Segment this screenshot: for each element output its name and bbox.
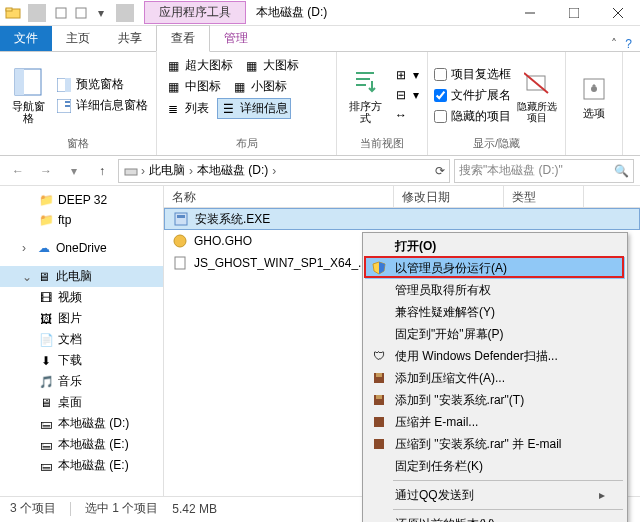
- maximize-button[interactable]: [552, 0, 596, 26]
- nav-pane-button[interactable]: 导航窗格: [6, 56, 50, 134]
- crumb-drive[interactable]: 本地磁盘 (D:): [195, 162, 270, 179]
- tree-folder[interactable]: 📁ftp: [0, 210, 163, 230]
- group-by-button[interactable]: ⊟▾: [391, 86, 421, 104]
- tree-drive-e2[interactable]: 🖴本地磁盘 (E:): [0, 455, 163, 476]
- ctx-restore-prev[interactable]: 还原以前的版本(V): [365, 513, 625, 522]
- ctx-defender[interactable]: 🛡使用 Windows Defender扫描...: [365, 345, 625, 367]
- crumb-thispc[interactable]: 此电脑: [147, 162, 187, 179]
- ctx-add-archive[interactable]: 添加到压缩文件(A)...: [365, 367, 625, 389]
- gho-icon: [172, 233, 188, 249]
- ribbon-collapse-icon[interactable]: ˄: [611, 37, 617, 51]
- close-button[interactable]: [596, 0, 640, 26]
- tree-desktop[interactable]: 🖥桌面: [0, 392, 163, 413]
- ctx-compress-email-named[interactable]: 压缩到 "安装系统.rar" 并 E-mail: [365, 433, 625, 455]
- preview-icon: [56, 77, 72, 93]
- forward-button[interactable]: →: [34, 159, 58, 183]
- details-pane-icon: [56, 98, 72, 114]
- back-button[interactable]: ←: [6, 159, 30, 183]
- checkbox-file-extensions[interactable]: 文件扩展名: [434, 87, 511, 104]
- tree-pictures[interactable]: 🖼图片: [0, 308, 163, 329]
- svg-rect-28: [376, 373, 382, 377]
- shield-icon: [371, 260, 387, 276]
- ctx-send-qq[interactable]: 通过QQ发送到▸: [365, 484, 625, 506]
- details-icon: ☰: [220, 101, 236, 117]
- ctx-add-archive-named[interactable]: 添加到 "安装系统.rar"(T): [365, 389, 625, 411]
- tab-manage[interactable]: 管理: [210, 26, 262, 51]
- exe-icon: [173, 211, 189, 227]
- rar-icon: [371, 414, 387, 430]
- ctx-compress-email[interactable]: 压缩并 E-mail...: [365, 411, 625, 433]
- ctx-pin-taskbar[interactable]: 固定到任务栏(K): [365, 455, 625, 477]
- tree-documents[interactable]: 📄文档: [0, 329, 163, 350]
- ctx-compat[interactable]: 兼容性疑难解答(Y): [365, 301, 625, 323]
- tiles-icon: ▦: [165, 58, 181, 74]
- svg-rect-5: [569, 8, 579, 18]
- svg-rect-22: [125, 169, 137, 175]
- col-date[interactable]: 修改日期: [394, 186, 504, 207]
- svg-rect-23: [175, 213, 187, 225]
- nav-tree[interactable]: 📁DEEP 32 📁ftp ›☁OneDrive ⌄🖥此电脑 🎞视频 🖼图片 📄…: [0, 186, 164, 496]
- view-small[interactable]: ▦小图标: [229, 77, 289, 96]
- tree-drive-e[interactable]: 🖴本地磁盘 (E:): [0, 434, 163, 455]
- checkbox-hidden-items[interactable]: 隐藏的项目: [434, 108, 511, 125]
- col-name[interactable]: 名称: [164, 186, 394, 207]
- drive-icon: 🖴: [38, 416, 54, 432]
- svg-rect-31: [374, 417, 384, 427]
- view-medium[interactable]: ▦中图标: [163, 77, 223, 96]
- qat-dropdown[interactable]: ▾: [92, 4, 110, 22]
- qat-item[interactable]: [72, 4, 90, 22]
- list-header[interactable]: 名称 修改日期 类型: [164, 186, 640, 208]
- context-menu: 打开(O) 以管理员身份运行(A) 管理员取得所有权 兼容性疑难解答(Y) 固定…: [362, 232, 628, 522]
- view-extra-large[interactable]: ▦超大图标: [163, 56, 235, 75]
- ctx-open[interactable]: 打开(O): [365, 235, 625, 257]
- ctx-admin-takeown[interactable]: 管理员取得所有权: [365, 279, 625, 301]
- checkbox-item-checkboxes[interactable]: 项目复选框: [434, 66, 511, 83]
- defender-icon: 🛡: [371, 348, 387, 364]
- tab-home[interactable]: 主页: [52, 26, 104, 51]
- pc-icon: 🖥: [36, 269, 52, 285]
- tree-onedrive[interactable]: ›☁OneDrive: [0, 238, 163, 258]
- search-input[interactable]: 搜索"本地磁盘 (D:)" 🔍: [454, 159, 634, 183]
- rar-icon: [371, 392, 387, 408]
- recent-button[interactable]: ▾: [62, 159, 86, 183]
- tree-drive-d[interactable]: 🖴本地磁盘 (D:): [0, 413, 163, 434]
- file-icon: [172, 255, 188, 271]
- nav-pane-icon: [12, 66, 44, 98]
- hide-selected-button[interactable]: 隐藏所选项目: [515, 56, 559, 134]
- qat-item[interactable]: [52, 4, 70, 22]
- list-item[interactable]: 安装系统.EXE: [164, 208, 640, 230]
- preview-pane-button[interactable]: 预览窗格: [54, 75, 150, 94]
- view-list[interactable]: ≣列表: [163, 98, 211, 119]
- ctx-run-as-admin[interactable]: 以管理员身份运行(A): [365, 257, 625, 279]
- help-icon[interactable]: ?: [625, 37, 632, 51]
- view-details[interactable]: ☰详细信息: [217, 98, 291, 119]
- svg-rect-13: [65, 101, 70, 103]
- contextual-tab-label: 应用程序工具: [144, 1, 246, 24]
- tree-music[interactable]: 🎵音乐: [0, 371, 163, 392]
- search-placeholder: 搜索"本地磁盘 (D:)": [459, 162, 563, 179]
- sort-button[interactable]: 排序方式: [343, 56, 387, 134]
- breadcrumb[interactable]: › 此电脑 › 本地磁盘 (D:) › ⟳: [118, 159, 450, 183]
- details-pane-button[interactable]: 详细信息窗格: [54, 96, 150, 115]
- view-large[interactable]: ▦大图标: [241, 56, 301, 75]
- minimize-button[interactable]: [508, 0, 552, 26]
- svg-point-21: [591, 86, 597, 92]
- tab-file[interactable]: 文件: [0, 26, 52, 51]
- tab-view[interactable]: 查看: [156, 25, 210, 52]
- ribbon-tabs: 文件 主页 共享 查看 管理 ˄ ?: [0, 26, 640, 52]
- titlebar: ▾ 应用程序工具 本地磁盘 (D:): [0, 0, 640, 26]
- tree-thispc[interactable]: ⌄🖥此电脑: [0, 266, 163, 287]
- up-button[interactable]: ↑: [90, 159, 114, 183]
- svg-rect-3: [76, 8, 86, 18]
- refresh-icon[interactable]: ⟳: [435, 164, 445, 178]
- col-type[interactable]: 类型: [504, 186, 584, 207]
- tree-downloads[interactable]: ⬇下载: [0, 350, 163, 371]
- svg-rect-32: [374, 439, 384, 449]
- tree-videos[interactable]: 🎞视频: [0, 287, 163, 308]
- tree-folder[interactable]: 📁DEEP 32: [0, 190, 163, 210]
- ctx-pin-start[interactable]: 固定到"开始"屏幕(P): [365, 323, 625, 345]
- size-columns-button[interactable]: ↔: [391, 106, 421, 124]
- add-columns-button[interactable]: ⊞▾: [391, 66, 421, 84]
- tab-share[interactable]: 共享: [104, 26, 156, 51]
- options-button[interactable]: 选项: [572, 56, 616, 137]
